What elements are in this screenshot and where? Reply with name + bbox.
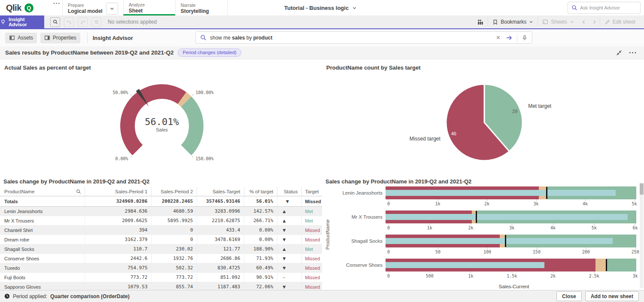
table-row[interactable]: Dream robe3162.37903478.61690.00%▼Missed (0, 235, 322, 244)
column-header[interactable]: Target (301, 187, 322, 196)
chevron-right-icon (592, 20, 597, 24)
value-cell: 2009.6625 (85, 216, 151, 226)
more-options-button[interactable]: ··· (629, 49, 637, 57)
prepare-dropdown-button[interactable] (106, 3, 118, 15)
tab-analyze[interactable]: Analyze Sheet (123, 0, 175, 15)
pencil-icon (605, 19, 610, 25)
column-header[interactable]: Sales-Period 1 (85, 187, 151, 196)
insight-search-input[interactable]: show me sales by product ✕ (195, 31, 532, 44)
gauge-segment (186, 101, 196, 150)
table-row[interactable]: Sapporoo Gloves1079.53855.741187.48372.0… (0, 282, 322, 290)
bullet-group: Shagall Socks050100150200250 (322, 235, 644, 259)
close-button[interactable]: Close (556, 291, 582, 301)
product-name-cell[interactable]: Lenin Jeansshorts (0, 207, 85, 216)
bar-category-label: Conserve Shoes (322, 259, 386, 271)
next-sheet-button[interactable] (589, 20, 600, 24)
axis-tick-label: 1k (427, 226, 432, 230)
bullet-group: Mr X Trousers01k2k3k4k5k6k (322, 210, 644, 235)
table-row[interactable]: Shagall Socks110.7230.02121.77188.90%▲Me… (0, 244, 322, 254)
global-menu-button[interactable]: ··· (52, 0, 62, 15)
axis-tick (635, 271, 635, 273)
column-header[interactable]: Sales-Period 2 (151, 187, 197, 196)
edit-sheet-label: Edit sheet (613, 19, 635, 25)
bullet-measure-bar[interactable] (386, 190, 616, 196)
table-row[interactable]: Conserve Shoes2442.61932.762686.8671.93%… (0, 254, 322, 263)
sales-table[interactable]: ProductNameSales-Period 1Sales-Period 2S… (0, 187, 322, 290)
clear-selections-button[interactable] (91, 17, 101, 27)
sheets-button[interactable]: Sheets (538, 19, 578, 25)
chevron-left-icon (581, 20, 586, 24)
ask-insight-advisor-input[interactable]: Ask Insight Advisor (568, 2, 641, 14)
value-cell: 855.74 (151, 282, 197, 290)
column-header[interactable]: % of target (244, 187, 277, 196)
bullet-bar[interactable] (386, 235, 636, 247)
product-name-cell[interactable]: Fuji Boots (0, 273, 85, 282)
product-name-cell[interactable]: Mr X Trousers (0, 216, 85, 226)
assets-button[interactable]: Assets (5, 33, 37, 43)
tab-prepare[interactable]: Prepare Logical model (62, 0, 123, 15)
app-objects-button[interactable] (473, 19, 488, 25)
bullet-measure-bar[interactable] (386, 262, 544, 268)
product-name-cell[interactable]: Chantell Shirt (0, 226, 85, 235)
value-cell: 357465.93146 (197, 196, 244, 207)
table-row[interactable]: Tuxedo754.975502.32830.472560.49%▼Missed (0, 263, 322, 273)
product-name-cell[interactable]: Dream robe (0, 235, 85, 244)
product-name-cell[interactable]: Totals (0, 196, 85, 207)
collapse-icon[interactable] (616, 50, 622, 56)
bullet-bar[interactable] (386, 186, 636, 199)
bookmarks-button[interactable]: Bookmarks (488, 19, 538, 25)
bullet-bar[interactable] (386, 210, 636, 223)
table-row[interactable]: Lenin Jeansshorts2984.6364680.593283.099… (0, 207, 322, 216)
product-name-cell[interactable]: Shagall Socks (0, 244, 85, 254)
bullet-measure-bar[interactable] (386, 238, 613, 244)
gauge-tick-label: 100.00% (195, 90, 213, 95)
bullet-chart[interactable]: Lenin Jeansshorts01k2k3k4k5kMr X Trouser… (322, 186, 644, 290)
bullet-measure-bar[interactable] (386, 214, 628, 220)
bullet-target-tick (476, 211, 477, 223)
product-name-cell[interactable]: Sapporoo Gloves (0, 282, 85, 290)
tab-prepare-label: Logical model (68, 8, 103, 14)
column-header[interactable]: ProductName (0, 187, 85, 196)
value-cell: Missed (301, 282, 322, 290)
previous-sheet-button[interactable] (578, 20, 589, 24)
properties-button[interactable]: Properties (40, 33, 80, 43)
table-cell: Sales change by ProductName in 2019-Q2 a… (0, 177, 322, 290)
value-cell: 0.00% (244, 226, 277, 235)
submit-query-icon[interactable] (506, 34, 513, 41)
axis-tick (586, 247, 586, 249)
table-row[interactable]: Chantell Shirt3940433.40.00%▼Missed (0, 226, 322, 235)
table-row[interactable]: Mr X Trousers2009.66255895.99252210.6287… (0, 216, 322, 226)
gauge-chart[interactable]: 0.00%50.00%100.00%150.00%56.01%Sales (0, 59, 322, 177)
clear-query-button[interactable]: ✕ (494, 34, 502, 41)
app-title[interactable]: Tutorial - Business logic (284, 0, 357, 15)
redo-selection-button[interactable] (78, 17, 88, 27)
bullet-bar[interactable] (386, 259, 636, 271)
value-cell: 0 (151, 226, 197, 235)
axis-tick-label: 250 (632, 250, 639, 254)
gauge-segment (182, 98, 186, 101)
edit-sheet-button[interactable]: Edit sheet (600, 19, 640, 25)
column-header[interactable]: Sales-Target (197, 187, 244, 196)
table-row[interactable]: Fuji Boots773.72773.72851.09290.91%--Mis… (0, 273, 322, 282)
value-cell: Met (301, 216, 322, 226)
column-header[interactable]: Status (277, 187, 301, 196)
tab-narrate[interactable]: Narrate Storytelling (175, 0, 228, 15)
search-icon (53, 19, 58, 24)
value-cell: Met (301, 207, 322, 216)
search-icon[interactable] (76, 189, 81, 194)
scrollbar-track[interactable] (640, 183, 644, 288)
bullet-axis: 01k2k3k4k5k6k (389, 223, 639, 235)
add-to-new-sheet-button[interactable]: Add to new sheet (585, 291, 639, 301)
undo-selection-button[interactable] (64, 17, 74, 27)
smart-search-button[interactable] (50, 17, 60, 27)
qlik-logo[interactable]: Qlik Q (0, 0, 52, 15)
product-name-cell[interactable]: Conserve Shoes (0, 254, 85, 263)
product-name-cell[interactable]: Tuxedo (0, 263, 85, 273)
scrollbar-thumb[interactable] (640, 183, 644, 195)
microphone-icon[interactable] (522, 35, 528, 41)
pie-chart[interactable]: 29Met target46Missed target (322, 59, 644, 177)
table-row[interactable]: Totals324969.0286200228.2465357465.93146… (0, 196, 322, 207)
value-cell: 110.7 (85, 244, 151, 254)
insight-advisor-button[interactable]: Insight Advisor (0, 15, 44, 28)
axis-tick (389, 247, 389, 249)
